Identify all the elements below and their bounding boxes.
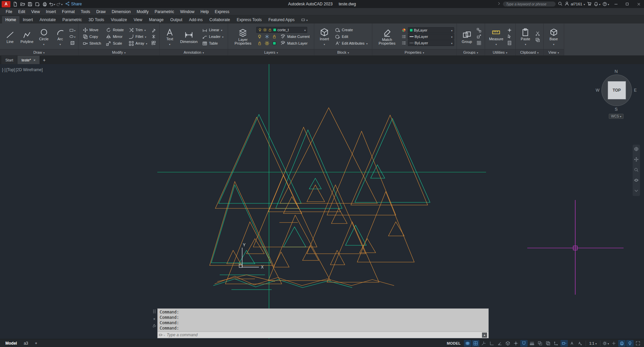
- groupedit-button[interactable]: [476, 34, 482, 40]
- copy-button[interactable]: Copy: [81, 34, 103, 40]
- plus-toggle[interactable]: [610, 340, 618, 347]
- command-options-icon[interactable]: [159, 333, 165, 337]
- hatch-button[interactable]: [69, 40, 76, 46]
- share-button[interactable]: Share: [65, 1, 82, 7]
- layout-tab-model[interactable]: Model: [2, 339, 20, 347]
- scale-button[interactable]: Scale: [104, 40, 125, 47]
- command-input-placeholder[interactable]: Type a command: [167, 333, 480, 337]
- menu-modify[interactable]: Modify: [134, 8, 152, 15]
- linear-button[interactable]: Linear: [200, 27, 225, 33]
- match-layer-button[interactable]: Match Layer: [278, 40, 310, 46]
- ribbon-display-toggle[interactable]: [301, 17, 308, 23]
- file-tab-close-icon[interactable]: [33, 58, 35, 62]
- ribbon-tab-view[interactable]: View: [130, 16, 146, 23]
- drawing-canvas[interactable]: [-] [Top] [2D Wireframe] YX N W TOP E S …: [0, 64, 644, 339]
- trim-button[interactable]: Trim: [127, 27, 149, 33]
- move-button[interactable]: Move: [81, 27, 103, 33]
- move-nav-button[interactable]: [634, 157, 639, 163]
- dropdown-corte-t[interactable]: corte_t: [256, 27, 307, 33]
- panel-label-clipboard[interactable]: Clipboard: [516, 49, 543, 55]
- cycling-toggle[interactable]: [544, 340, 552, 347]
- create-button[interactable]: Create: [333, 27, 370, 33]
- ellipse-button[interactable]: [69, 34, 76, 40]
- gear-toggle[interactable]: [602, 340, 609, 347]
- navorbit-nav-button[interactable]: [634, 178, 639, 184]
- panel-label-layers[interactable]: Layers: [228, 49, 314, 55]
- polyline-button[interactable]: Polyline: [19, 30, 35, 44]
- menu-edit[interactable]: Edit: [15, 8, 28, 15]
- command-close-button[interactable]: ×: [153, 317, 155, 321]
- command-scroll-up-button[interactable]: [482, 333, 487, 338]
- annauto-toggle[interactable]: [577, 340, 584, 347]
- menu-express[interactable]: Express: [212, 8, 232, 15]
- panel-label-properties[interactable]: Properties: [372, 49, 457, 55]
- newfile-button[interactable]: [11, 1, 19, 7]
- polar-toggle[interactable]: [496, 340, 503, 347]
- maximize-button[interactable]: [623, 0, 632, 8]
- command-customize-icon[interactable]: [152, 324, 156, 329]
- viewcube-top-face[interactable]: TOP: [608, 81, 626, 99]
- insert-button[interactable]: Insert: [317, 27, 332, 47]
- circle-button[interactable]: Circle: [36, 27, 52, 47]
- dropdown-bylayer[interactable]: ByLayer: [408, 40, 454, 46]
- ribbon-tab-annotate[interactable]: Annotate: [36, 16, 59, 23]
- viewcube-south[interactable]: S: [596, 107, 637, 112]
- infer-toggle[interactable]: [480, 340, 487, 347]
- layout-tab-[interactable]: +: [32, 339, 41, 347]
- idpoint-button[interactable]: [506, 27, 513, 33]
- ribbon-tab-express-tools[interactable]: Express Tools: [233, 16, 265, 23]
- text-button[interactable]: Text: [162, 27, 177, 47]
- printer-toggle[interactable]: [618, 340, 626, 347]
- measure-button[interactable]: Measure: [487, 27, 505, 47]
- ribbon-tab-visualize[interactable]: Visualize: [108, 16, 130, 23]
- menu-dimension[interactable]: Dimension: [109, 8, 134, 15]
- lineweight-toggle[interactable]: [528, 340, 536, 347]
- snapmode-toggle[interactable]: [472, 340, 479, 347]
- isolate-toggle[interactable]: [626, 340, 634, 347]
- search-button[interactable]: [558, 1, 562, 7]
- edit-attributes-button[interactable]: Edit Attributes: [333, 40, 370, 47]
- table-button[interactable]: Table: [200, 40, 225, 47]
- ribbon-tab-3d-tools[interactable]: 3D Tools: [85, 16, 107, 23]
- ortho-toggle[interactable]: [488, 340, 495, 347]
- autocad-logo[interactable]: A: [2, 1, 10, 7]
- dynucs-toggle[interactable]: [552, 340, 560, 347]
- otrack-toggle[interactable]: [512, 340, 520, 347]
- viewcube[interactable]: N W TOP E S WCS: [596, 69, 637, 119]
- command-grip-handle[interactable]: [152, 309, 156, 314]
- stretch-button[interactable]: Stretch: [81, 40, 103, 47]
- save-button[interactable]: [26, 1, 34, 7]
- panel-label-groups[interactable]: Groups: [457, 49, 485, 55]
- file-tab-teste[interactable]: teste*: [17, 56, 40, 64]
- saveas-button[interactable]: [34, 1, 41, 7]
- menu-insert[interactable]: Insert: [43, 8, 59, 15]
- grid-toggle[interactable]: [464, 340, 471, 347]
- fillet-button[interactable]: Fillet: [127, 34, 149, 40]
- proplist-button[interactable]: [400, 40, 407, 46]
- layout-tab-a3[interactable]: a3: [20, 339, 32, 347]
- iso-toggle[interactable]: [504, 340, 512, 347]
- dyninput-toggle[interactable]: [560, 340, 568, 347]
- open-button[interactable]: [19, 1, 26, 7]
- account-button[interactable]: al7161: [565, 1, 585, 7]
- sun-button[interactable]: [264, 40, 270, 46]
- colorsphere-button[interactable]: [400, 27, 407, 33]
- match-properties-button[interactable]: Match Properties: [375, 28, 399, 46]
- command-window[interactable]: × Command:Command:Command:Command: Type …: [151, 308, 489, 338]
- panel-label-block[interactable]: Block: [314, 49, 372, 55]
- bulb-button[interactable]: [256, 34, 263, 40]
- cut-button[interactable]: [534, 31, 541, 37]
- group-button[interactable]: Group: [459, 30, 475, 44]
- panel-label-view[interactable]: View: [544, 49, 564, 55]
- help-button[interactable]: [602, 2, 609, 6]
- menu-view[interactable]: View: [28, 8, 43, 15]
- rectangle-button[interactable]: [69, 27, 76, 33]
- arc-button[interactable]: Arc: [53, 27, 68, 47]
- transparency-toggle[interactable]: [536, 340, 544, 347]
- edit-button[interactable]: Edit: [333, 34, 370, 40]
- panel-label-modify[interactable]: Modify: [78, 49, 160, 55]
- navwheel-nav-button[interactable]: [634, 147, 639, 152]
- ribbon-tab-insert[interactable]: Insert: [19, 16, 36, 23]
- menu-window[interactable]: Window: [177, 8, 198, 15]
- viewport-visual-style-control[interactable]: [2D Wireframe]: [16, 67, 43, 72]
